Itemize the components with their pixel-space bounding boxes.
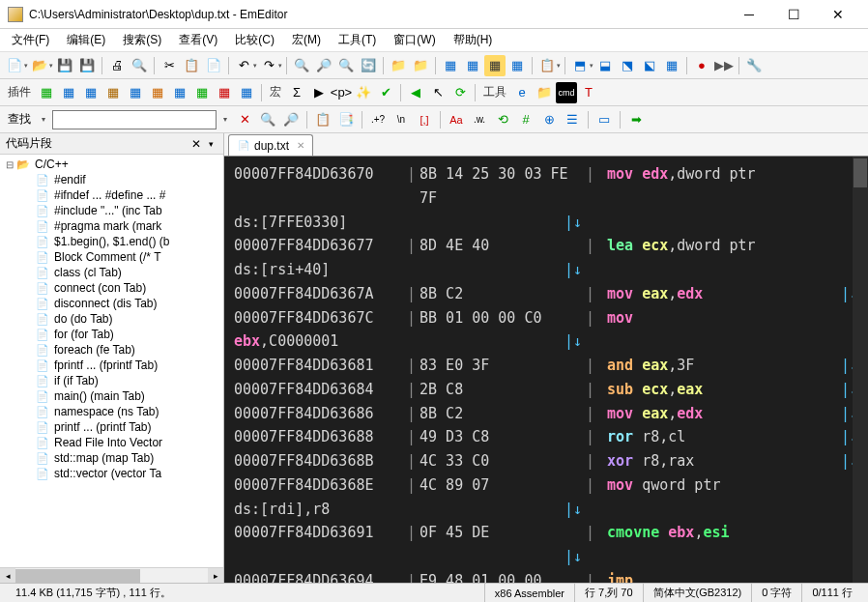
status-lang[interactable]: x86 Assembler: [485, 584, 575, 602]
cursor-icon[interactable]: ↖: [427, 82, 448, 103]
split4-icon[interactable]: ▦: [661, 55, 682, 76]
code-line[interactable]: ds:[rsi+40]|↓: [234, 258, 858, 282]
plugin-10-icon[interactable]: ▦: [236, 82, 257, 103]
minimize-button[interactable]: ─: [727, 0, 771, 29]
code-line[interactable]: ds:[rdi],r8|↓: [234, 498, 858, 522]
find-input-dropdown[interactable]: ▾: [218, 115, 232, 124]
snippet-item[interactable]: 📄namespace (ns Tab): [0, 404, 223, 419]
snippet-item[interactable]: 📄class (cl Tab): [0, 265, 223, 280]
find-next-btn-icon[interactable]: 🔎: [280, 109, 302, 130]
wrap-page-icon[interactable]: ▦: [506, 55, 528, 76]
code-line[interactable]: 00007FF84DD63670|8B 14 25 30 03 FE 7F| m…: [234, 162, 858, 211]
snippet-item[interactable]: 📄#pragma mark (mark: [0, 218, 223, 234]
plugin-1-icon[interactable]: ▦: [36, 82, 57, 103]
menu-item[interactable]: 比较(C): [227, 30, 282, 50]
plugin-9-icon[interactable]: ▦: [214, 82, 235, 103]
wrap-char-icon[interactable]: ▦: [462, 55, 483, 76]
loop-icon[interactable]: ⟲: [492, 109, 513, 130]
editor-vscroll[interactable]: [853, 157, 868, 583]
plugin-5-icon[interactable]: ▦: [125, 82, 146, 103]
find-prev-btn-icon[interactable]: 🔍: [257, 109, 278, 130]
sidebar-hscroll[interactable]: ◂ ▸: [0, 567, 223, 583]
plugin-7-icon[interactable]: ▦: [169, 82, 190, 103]
menu-item[interactable]: 搜索(S): [115, 30, 169, 50]
code-line[interactable]: 00007FF84DD63686|8B C2| mov eax,edx|↓: [234, 402, 858, 426]
menu-item[interactable]: 文件(F): [4, 30, 57, 50]
find-go-icon[interactable]: ➡: [625, 109, 647, 130]
redo-icon[interactable]: ↷: [258, 55, 279, 76]
advanced-icon[interactable]: ☰: [562, 109, 583, 130]
plugin-3-icon[interactable]: ▦: [80, 82, 101, 103]
sidebar-close-icon[interactable]: ✕: [188, 137, 205, 151]
code-line[interactable]: 00007FF84DD63681|83 E0 3F| and eax,3F|↓: [234, 354, 858, 378]
escape-icon[interactable]: \n: [391, 109, 412, 130]
replace-files-icon[interactable]: 📁: [410, 55, 431, 76]
cut-icon[interactable]: ✂: [159, 55, 180, 76]
sync-icon[interactable]: ⬕: [639, 55, 660, 76]
ie-icon[interactable]: e: [511, 82, 533, 103]
new-file-icon[interactable]: 📄: [4, 55, 25, 76]
code-editor[interactable]: 00007FF84DD63670|8B 14 25 30 03 FE 7F| m…: [224, 157, 868, 583]
snippet-item[interactable]: 📄foreach (fe Tab): [0, 342, 223, 358]
snippet-item[interactable]: 📄$1.begin(), $1.end() (b: [0, 234, 223, 249]
bracket-icon[interactable]: [,]: [414, 109, 435, 130]
code-line[interactable]: ds:[7FFE0330]|↓: [234, 211, 858, 235]
open-file-icon[interactable]: 📂: [29, 55, 50, 76]
macro-tag-icon[interactable]: <p>: [331, 82, 352, 103]
split-v-icon[interactable]: ⬓: [594, 55, 616, 76]
snippet-item[interactable]: 📄main() (main Tab): [0, 388, 223, 404]
snippet-item[interactable]: 📄Block Comment (/* T: [0, 249, 223, 265]
explorer-icon[interactable]: 📁: [534, 82, 555, 103]
maximize-button[interactable]: ☐: [771, 0, 816, 29]
snippet-item[interactable]: 📄#ifndef ... #define ... #: [0, 187, 223, 203]
find-close-icon[interactable]: ✕: [234, 109, 255, 130]
copy-icon[interactable]: 📋: [181, 55, 202, 76]
case-icon[interactable]: Aa: [446, 109, 467, 130]
cmd-icon[interactable]: cmd: [556, 82, 577, 103]
menu-item[interactable]: 窗口(W): [386, 30, 443, 50]
macro-wand-icon[interactable]: ✨: [353, 82, 374, 103]
status-position[interactable]: 行 7,列 70: [575, 584, 644, 602]
close-button[interactable]: ✕: [816, 0, 860, 29]
vscroll-thumb[interactable]: [854, 158, 867, 187]
macro-check-icon[interactable]: ✔: [375, 82, 396, 103]
code-line[interactable]: 00007FF84DD6367C|BB 01 00 00 C0| mov: [234, 306, 858, 330]
scroll-right-icon[interactable]: ▸: [208, 568, 223, 584]
code-line[interactable]: 00007FF84DD63677|8D 4E 40| lea ecx,dword…: [234, 234, 858, 258]
code-line[interactable]: 00007FF84DD6367A|8B C2| mov eax,edx|↓: [234, 282, 858, 306]
plugin-6-icon[interactable]: ▦: [147, 82, 168, 103]
menu-item[interactable]: 编辑(E): [59, 30, 113, 50]
snippet-item[interactable]: 📄for (for Tab): [0, 327, 223, 342]
incremental-icon[interactable]: ⊕: [538, 109, 560, 130]
tree-folder[interactable]: ⊟📂C/C++: [0, 157, 223, 172]
snippet-item[interactable]: 📄std::vector (vector Ta: [0, 466, 223, 481]
find-highlight-icon[interactable]: 📋: [312, 109, 333, 130]
open-dropdown[interactable]: ▾: [49, 62, 53, 70]
sum-icon[interactable]: Σ: [286, 82, 307, 103]
code-line[interactable]: |↓: [234, 545, 858, 569]
snippet-item[interactable]: 📄#endif: [0, 172, 223, 187]
snippet-item[interactable]: 📄fprintf ... (fprintf Tab): [0, 358, 223, 373]
wrap-none-icon[interactable]: ▦: [440, 55, 461, 76]
snippet-item[interactable]: 📄if (if Tab): [0, 373, 223, 388]
find-input[interactable]: [52, 110, 217, 129]
replace-icon[interactable]: 🔄: [358, 55, 379, 76]
customize-icon[interactable]: 🔧: [743, 55, 765, 76]
macro-play-icon[interactable]: ▶: [308, 82, 330, 103]
find-icon[interactable]: 🔍: [291, 55, 312, 76]
props-icon[interactable]: 📋: [536, 55, 558, 76]
file-tab-dup[interactable]: 📄 dup.txt ✕: [228, 134, 313, 156]
snippet-tree[interactable]: ⊟📂C/C++📄#endif📄#ifndef ... #define ... #…: [0, 155, 223, 567]
code-line[interactable]: ebx,C0000001|↓: [234, 330, 858, 354]
code-line[interactable]: 00007FF84DD6368E|4C 89 07| mov qword ptr: [234, 473, 858, 498]
snippet-item[interactable]: 📄connect (con Tab): [0, 280, 223, 296]
menu-item[interactable]: 宏(M): [284, 30, 329, 50]
find-history-dropdown[interactable]: ▾: [37, 115, 50, 124]
print-icon[interactable]: 🖨: [106, 55, 128, 76]
code-line[interactable]: 00007FF84DD6368B|4C 33 C0| xor r8,rax|↓: [234, 449, 858, 473]
split-h-icon[interactable]: ⬒: [569, 55, 591, 76]
snippet-item[interactable]: 📄do (do Tab): [0, 311, 223, 327]
nav-back-icon[interactable]: ◀: [405, 82, 426, 103]
menu-item[interactable]: 工具(T): [331, 30, 384, 50]
find-files-icon[interactable]: 📁: [388, 55, 409, 76]
